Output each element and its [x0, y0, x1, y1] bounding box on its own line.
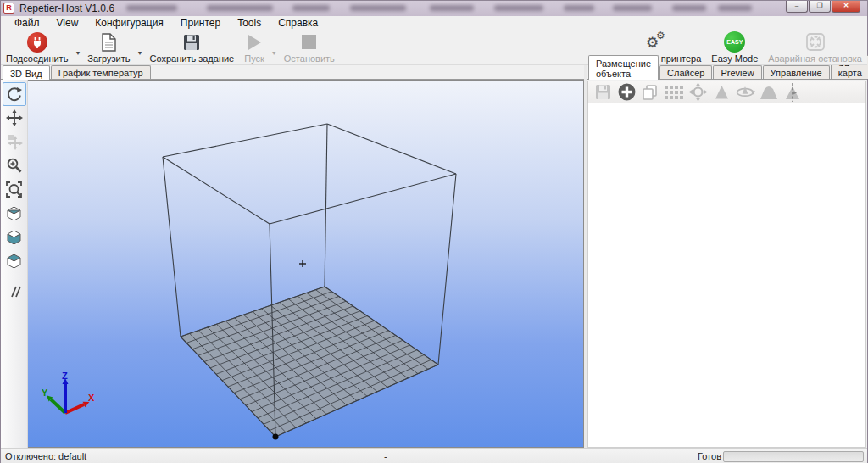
3d-viewport[interactable]: XYZ: [28, 80, 584, 448]
rotate-icon: [6, 86, 23, 103]
tab-slicer[interactable]: Слайсер: [659, 65, 712, 79]
parallel-projection-button[interactable]: [3, 280, 26, 304]
status-bar: Отключено: default - Готов: [1, 448, 867, 463]
easy-mode-label: Easy Mode: [711, 53, 758, 64]
background-window-artifact: [494, 5, 543, 11]
connect-button[interactable]: Подсоединить: [1, 30, 73, 64]
menu-tools[interactable]: Tools: [229, 16, 270, 30]
background-window-artifact: [292, 5, 330, 11]
background-window-artifact: [718, 5, 752, 11]
emergency-stop-label: Аварийная остановка: [768, 53, 862, 64]
load-label: Загрузить: [87, 53, 130, 64]
rotate-object-icon: [735, 83, 755, 101]
copy-object-icon: [641, 83, 659, 102]
background-window-artifact: [207, 5, 273, 11]
app-icon: R: [3, 3, 14, 14]
scale-object-button: [711, 83, 732, 102]
background-window-artifact: [430, 5, 474, 11]
cut-object-icon: [783, 83, 803, 102]
emergency-stop-button: Аварийная остановка: [763, 30, 867, 64]
menu-printer[interactable]: Принтер: [172, 16, 229, 30]
start-dropdown-icon: ▼: [271, 38, 277, 56]
autoposition-button: [664, 83, 684, 102]
menu-help[interactable]: Справка: [270, 16, 326, 30]
placement-toolbar: [587, 81, 866, 103]
connection-status: Отключено: default: [5, 451, 86, 461]
menu-config[interactable]: Конфигурация: [86, 16, 172, 30]
tab-object-placement[interactable]: Размещение объекта: [588, 55, 659, 80]
move-view-button[interactable]: [3, 106, 26, 130]
background-window-artifact: [564, 5, 594, 11]
background-window-artifact: [350, 5, 406, 11]
load-button[interactable]: Загрузить: [82, 30, 135, 64]
window-controls: – ❐ ✕: [785, 1, 860, 13]
left-pane: 3D-Вид График температур: [1, 65, 584, 448]
title-bar: R Repetier-Host V1.0.6 – ❐ ✕: [1, 1, 867, 16]
autoposition-icon: [664, 84, 684, 101]
zoom-button[interactable]: [3, 153, 26, 177]
fit-view-icon: [5, 181, 23, 198]
rotate-view-button[interactable]: [3, 82, 26, 106]
save-job-button[interactable]: Сохранить задание: [144, 30, 239, 64]
play-icon: [248, 35, 261, 50]
save-object-button: [593, 83, 613, 102]
print-bed-scene: XYZ: [28, 81, 583, 448]
top-view-button[interactable]: [3, 248, 26, 272]
minimize-button[interactable]: –: [786, 1, 808, 13]
move-icon: [6, 109, 23, 126]
connect-label: Подсоединить: [6, 53, 68, 64]
tab-3d-view[interactable]: 3D-Вид: [3, 65, 50, 80]
easy-mode-button[interactable]: EASY Easy Mode: [706, 30, 763, 64]
connect-dropdown-icon[interactable]: ▼: [75, 38, 81, 56]
close-button[interactable]: ✕: [832, 1, 860, 13]
front-view-button[interactable]: [3, 225, 26, 248]
load-icon: [99, 31, 118, 53]
printer-settings-icon: ⚙⚙: [646, 31, 668, 53]
isometric-view-icon: [5, 204, 23, 222]
move-object-icon: [6, 133, 23, 150]
tab-preview[interactable]: Preview: [713, 65, 761, 79]
ready-status: Готов: [698, 451, 721, 461]
placement-panel-body: [587, 103, 866, 448]
maximize-button[interactable]: ❐: [809, 1, 831, 13]
background-window-artifact: [613, 5, 652, 11]
easy-mode-icon: EASY: [724, 31, 745, 53]
drop-object-icon: [759, 84, 779, 101]
save-object-icon: [594, 83, 612, 101]
svg-text:Y: Y: [42, 388, 48, 398]
stop-label: Остановить: [284, 53, 335, 64]
load-dropdown-icon[interactable]: ▼: [137, 38, 143, 56]
move-object-button: [3, 130, 26, 153]
right-tabs: Размещение объекта Слайсер Preview Управ…: [587, 65, 867, 80]
cut-object-button: [782, 83, 803, 102]
start-label: Пуск: [244, 53, 264, 64]
tab-temperature-graph[interactable]: График температур: [51, 65, 151, 79]
front-view-icon: [5, 228, 23, 246]
save-job-icon: [182, 31, 201, 53]
rotate-object-button: [735, 83, 755, 102]
scale-object-icon: [713, 83, 731, 101]
menu-file[interactable]: Файл: [6, 16, 48, 30]
menu-view[interactable]: View: [48, 16, 87, 30]
app-window: R Repetier-Host V1.0.6 – ❐ ✕ Файл View К…: [0, 0, 868, 463]
view-tool-strip: [1, 80, 28, 448]
fit-view-button[interactable]: [3, 177, 26, 201]
status-center-text: -: [384, 451, 387, 461]
top-view-icon: [5, 252, 23, 270]
background-window-artifact: [672, 5, 706, 11]
add-object-icon: [617, 82, 637, 102]
save-job-label: Сохранить задание: [149, 53, 234, 64]
parallel-projection-icon: [6, 283, 23, 300]
add-object-button[interactable]: [616, 83, 637, 102]
isometric-view-button[interactable]: [3, 201, 26, 225]
center-object-button: [687, 83, 708, 102]
right-pane: Размещение объекта Слайсер Preview Управ…: [587, 65, 867, 448]
stop-icon: [302, 35, 316, 49]
background-window-artifact: [126, 5, 177, 11]
view-tabs: 3D-Вид График температур: [1, 65, 584, 80]
progress-bar: [723, 451, 864, 462]
tool-strip-separator: [5, 276, 24, 276]
menu-bar: Файл View Конфигурация Принтер Tools Спр…: [1, 16, 867, 30]
zoom-in-icon: [6, 157, 23, 174]
tab-manual-control[interactable]: Управление: [763, 65, 830, 79]
